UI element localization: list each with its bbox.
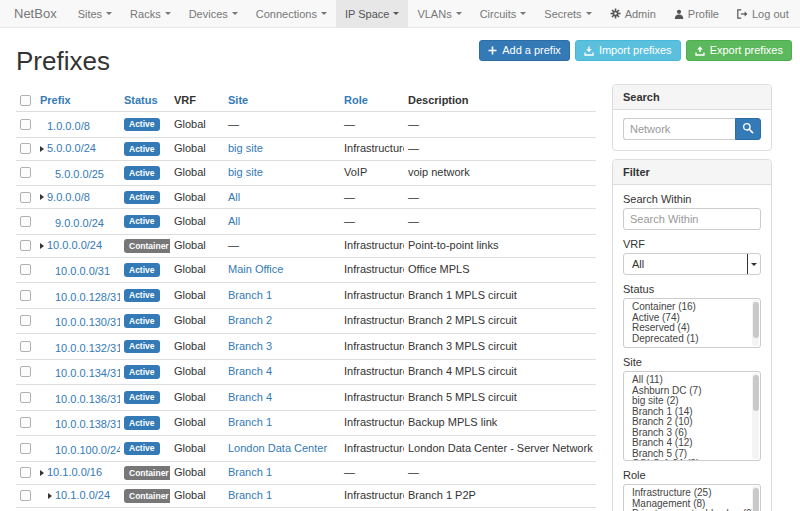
row-checkbox[interactable] xyxy=(20,467,31,478)
nav-profile[interactable]: Profile xyxy=(665,0,728,27)
filter-select-vrf[interactable]: All xyxy=(623,253,761,275)
search-input[interactable] xyxy=(623,118,735,140)
filter-input-search-within[interactable] xyxy=(623,208,761,230)
prefix-link[interactable]: 9.0.0.0/8 xyxy=(47,191,90,204)
site-link[interactable]: Branch 1 xyxy=(228,289,272,301)
role-cell: — xyxy=(340,209,404,235)
row-checkbox[interactable] xyxy=(20,216,31,227)
site-link[interactable]: Branch 3 xyxy=(228,340,272,352)
status-badge[interactable]: Container xyxy=(124,239,170,253)
row-checkbox[interactable] xyxy=(20,366,31,377)
export-prefixes-button[interactable]: Export prefixes xyxy=(686,40,792,61)
prefix-link[interactable]: 10.0.100.0/24 xyxy=(55,444,120,457)
nav-item-ip-space[interactable]: IP Space xyxy=(336,0,408,27)
site-link[interactable]: Branch 1 xyxy=(228,489,272,501)
filter-listbox-role[interactable]: Infrastructure (25)Management (8)Private… xyxy=(623,484,761,511)
filter-listbox-site[interactable]: All (11)Ashburn DC (7)big site (2)Branch… xyxy=(623,371,761,461)
prefix-link[interactable]: 10.0.0.0/24 xyxy=(47,239,102,252)
listbox-option[interactable]: Reserved (4) xyxy=(624,323,760,334)
listbox-option[interactable]: Branch 2 (10) xyxy=(624,417,760,428)
prefix-link[interactable]: 10.0.0.130/31 xyxy=(55,316,120,329)
site-link[interactable]: big site xyxy=(228,166,263,178)
gear-icon xyxy=(610,8,621,19)
nav-log-out[interactable]: Log out xyxy=(728,0,798,27)
site-link[interactable]: Branch 4 xyxy=(228,365,272,377)
site-link[interactable]: Branch 1 xyxy=(228,466,272,478)
filter-listbox-status[interactable]: Container (16)Active (74)Reserved (4)Dep… xyxy=(623,298,761,348)
status-badge[interactable]: Active xyxy=(124,391,160,405)
prefix-link[interactable]: 10.0.0.132/31 xyxy=(55,342,120,355)
nav-item-vlans[interactable]: VLANs xyxy=(408,0,470,27)
listbox-option[interactable]: Branch 4 (12) xyxy=(624,438,760,449)
prefix-link[interactable]: 10.0.0.0/31 xyxy=(55,265,110,278)
prefix-link[interactable]: 1.0.0.0/8 xyxy=(47,120,90,133)
site-link[interactable]: Branch 2 xyxy=(228,314,272,326)
status-badge[interactable]: Active xyxy=(124,314,160,328)
row-checkbox[interactable] xyxy=(20,143,31,154)
prefix-link[interactable]: 10.1.0.0/16 xyxy=(47,466,102,479)
row-checkbox[interactable] xyxy=(20,167,31,178)
status-badge[interactable]: Active xyxy=(124,142,160,156)
listbox-option[interactable]: Infrastructure (25) xyxy=(624,488,760,499)
status-badge[interactable]: Active xyxy=(124,289,160,303)
nav-item-sites[interactable]: Sites xyxy=(69,0,121,27)
status-badge[interactable]: Active xyxy=(124,215,160,229)
site-link[interactable]: All xyxy=(228,215,240,227)
prefix-link[interactable]: 10.1.0.0/24 xyxy=(55,489,110,502)
status-badge[interactable]: Container xyxy=(124,466,170,480)
status-badge[interactable]: Active xyxy=(124,166,160,180)
nav-item-devices[interactable]: Devices xyxy=(180,0,247,27)
row-checkbox[interactable] xyxy=(20,315,31,326)
search-button[interactable] xyxy=(735,118,761,140)
status-badge[interactable]: Active xyxy=(124,118,160,132)
select-all-checkbox[interactable] xyxy=(20,95,31,106)
nav-admin[interactable]: Admin xyxy=(601,0,665,27)
prefix-link[interactable]: 9.0.0.0/24 xyxy=(55,217,104,230)
site-link[interactable]: Branch 1 xyxy=(228,416,272,428)
status-badge[interactable]: Active xyxy=(124,340,160,354)
nav-item-circuits[interactable]: Circuits xyxy=(471,0,536,27)
prefix-link[interactable]: 10.0.0.128/31 xyxy=(55,291,120,304)
add-a-prefix-button[interactable]: Add a prefix xyxy=(479,40,570,61)
status-badge[interactable]: Active xyxy=(124,263,160,277)
status-badge[interactable]: Active xyxy=(124,442,160,456)
import-prefixes-button[interactable]: Import prefixes xyxy=(575,40,681,61)
row-checkbox[interactable] xyxy=(20,392,31,403)
site-link[interactable]: London Data Center xyxy=(228,442,327,454)
row-checkbox[interactable] xyxy=(20,290,31,301)
prefix-link[interactable]: 10.0.0.136/31 xyxy=(55,393,120,406)
status-badge[interactable]: Active xyxy=(124,191,160,205)
listbox-option[interactable]: Container (16) xyxy=(624,302,760,313)
nav-item-secrets[interactable]: Secrets xyxy=(535,0,600,27)
row-checkbox[interactable] xyxy=(20,264,31,275)
status-badge[interactable]: Container xyxy=(124,489,170,503)
brand[interactable]: NetBox xyxy=(14,0,57,27)
row-checkbox[interactable] xyxy=(20,417,31,428)
prefix-link[interactable]: 10.0.0.134/31 xyxy=(55,367,120,380)
listbox-option[interactable]: big site (2) xyxy=(624,396,760,407)
status-badge[interactable]: Active xyxy=(124,416,160,430)
prefix-link[interactable]: 10.0.0.138/31 xyxy=(55,418,120,431)
scrollbar-thumb[interactable] xyxy=(753,488,759,511)
status-badge[interactable]: Active xyxy=(124,365,160,379)
scrollbar-thumb[interactable] xyxy=(753,302,759,338)
listbox-option[interactable]: Deprecated (1) xyxy=(624,334,760,345)
site-link[interactable]: Main Office xyxy=(228,263,283,275)
nav-item-racks[interactable]: Racks xyxy=(121,0,180,27)
row-checkbox[interactable] xyxy=(20,341,31,352)
nav-item-connections[interactable]: Connections xyxy=(247,0,336,27)
row-checkbox[interactable] xyxy=(20,443,31,454)
row-checkbox[interactable] xyxy=(20,192,31,203)
listbox-option[interactable]: All (11) xyxy=(624,375,760,386)
listbox-option[interactable]: COLO-1-2A (3) xyxy=(624,459,760,461)
prefix-link[interactable]: 5.0.0.0/25 xyxy=(55,168,104,181)
scrollbar-thumb[interactable] xyxy=(753,375,759,411)
description-cell: Office MPLS xyxy=(404,257,596,283)
row-checkbox[interactable] xyxy=(20,240,31,251)
prefix-link[interactable]: 5.0.0.0/24 xyxy=(47,142,96,155)
site-link[interactable]: All xyxy=(228,191,240,203)
row-checkbox[interactable] xyxy=(20,119,31,130)
row-checkbox[interactable] xyxy=(20,490,31,501)
site-link[interactable]: Branch 4 xyxy=(228,391,272,403)
site-link[interactable]: big site xyxy=(228,142,263,154)
